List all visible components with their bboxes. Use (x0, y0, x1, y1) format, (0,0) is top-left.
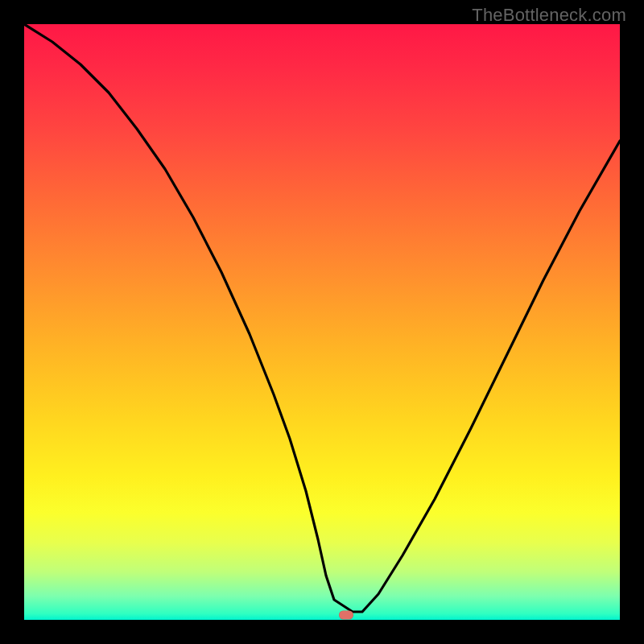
curve-svg (24, 24, 620, 620)
watermark-text: TheBottleneck.com (472, 5, 626, 26)
optimum-marker (339, 611, 353, 620)
plot-area (24, 24, 620, 620)
chart-frame: TheBottleneck.com (0, 0, 644, 644)
bottleneck-curve (24, 24, 620, 612)
